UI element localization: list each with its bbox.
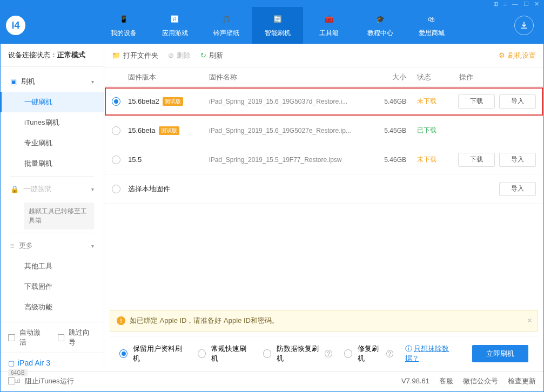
app-version: V7.98.61: [401, 377, 429, 385]
help-icon[interactable]: ?: [386, 350, 393, 357]
jailbreak-note: 越狱工具已转移至工具箱: [24, 202, 94, 229]
flash-opt-radio[interactable]: [263, 349, 271, 358]
sidebar-more-1[interactable]: 下载固件: [1, 276, 104, 297]
delete-icon: ⊘: [168, 51, 174, 59]
firmware-name: iPad_Spring_2019_15.5_19F77_Restore.ipsw: [209, 156, 368, 164]
firmware-row[interactable]: 15.6beta测试版 iPad_Spring_2019_15.6_19G502…: [104, 116, 543, 145]
open-folder-button[interactable]: 📁 打开文件夹: [112, 51, 158, 60]
row-op-button[interactable]: 导入: [499, 153, 536, 167]
firmware-row[interactable]: 15.6beta2测试版 iPad_Spring_2019_15.6_19G50…: [104, 87, 543, 116]
flash-opt-0[interactable]: 保留用户资料刷机: [119, 344, 186, 363]
download-icon[interactable]: [514, 16, 534, 35]
logo-icon: i4: [6, 16, 25, 35]
support-link[interactable]: 客服: [439, 376, 453, 386]
firmware-status: 已下载: [406, 126, 449, 135]
beta-tag: 测试版: [163, 97, 183, 106]
row-op-button[interactable]: 下载: [458, 94, 495, 109]
titlebar-grid-icon[interactable]: ⊞: [493, 1, 498, 8]
auto-activate-row: 自动激活 跳过向导: [1, 322, 104, 353]
firmware-row[interactable]: 15.5 iPad_Spring_2019_15.5_19F77_Restore…: [104, 145, 543, 174]
check-update-link[interactable]: 检查更新: [508, 376, 536, 386]
nav-5[interactable]: 🎓教程中心: [354, 7, 406, 44]
row-op-button[interactable]: 下载: [458, 153, 495, 167]
firmware-name: iPad_Spring_2019_15.6_19G5027e_Restore.i…: [209, 127, 368, 134]
firmware-row[interactable]: 选择本地固件 导入: [104, 174, 543, 204]
titlebar-menu-icon[interactable]: ≡: [503, 1, 507, 7]
flash-options: 保留用户资料刷机常规快速刷机防数据恢复刷机?修复刷机?ⓘ 只想抹除数据？立即刷机: [110, 336, 538, 371]
refresh-button[interactable]: ↻ 刷新: [200, 51, 223, 60]
flash-opt-radio[interactable]: [119, 349, 127, 358]
nav-2[interactable]: 🎵铃声壁纸: [200, 7, 252, 44]
flash-settings-button[interactable]: ⚙ 刷机设置: [499, 51, 536, 60]
table-header: 固件版本 固件名称 大小 状态 操作: [104, 67, 543, 87]
firmware-status: 未下载: [406, 155, 449, 164]
appleid-alert: ! 如已绑定 Apple ID，请准备好 Apple ID和密码。 ×: [110, 310, 538, 332]
delete-button[interactable]: ⊘ 删除: [168, 51, 191, 60]
row-radio[interactable]: [112, 185, 120, 193]
nav-icon-4: 🧰: [323, 13, 335, 25]
info-icon: ⓘ: [405, 344, 412, 353]
nav-icon-1: 🅰: [169, 13, 181, 25]
sidebar: 设备连接状态：正常模式 ▣ 刷机 ▾ 一键刷机iTunes刷机专业刷机批量刷机 …: [1, 44, 104, 371]
row-op-button[interactable]: 导入: [499, 182, 536, 196]
row-radio[interactable]: [112, 126, 120, 135]
nav-icon-3: 🔄: [272, 13, 284, 25]
firmware-size: 5.46GB: [368, 98, 406, 105]
folder-icon: 📁: [112, 51, 120, 59]
nav-icon-5: 🎓: [374, 13, 386, 25]
wechat-link[interactable]: 微信公众号: [463, 376, 498, 386]
layers-icon: ≡: [10, 242, 15, 250]
firmware-size: 5.45GB: [368, 127, 406, 134]
warning-icon: !: [117, 316, 125, 325]
nav-0[interactable]: 📱我的设备: [98, 7, 149, 44]
sidebar-more-2[interactable]: 高级功能: [1, 297, 104, 317]
sidebar-flash-0[interactable]: 一键刷机: [1, 92, 104, 112]
beta-tag: 测试版: [159, 126, 179, 135]
chevron-down-icon: ▾: [91, 186, 94, 192]
chevron-down-icon: ▾: [91, 243, 94, 249]
refresh-icon: ↻: [200, 51, 206, 59]
flash-opt-2[interactable]: 防数据恢复刷机?: [263, 344, 332, 363]
sidebar-flash-1[interactable]: iTunes刷机: [1, 112, 104, 133]
firmware-name: iPad_Spring_2019_15.6_19G5037d_Restore.i…: [209, 98, 368, 105]
nav-icon-2: 🎵: [220, 13, 232, 25]
nav-3[interactable]: 🔄智能刷机: [252, 7, 303, 44]
chevron-down-icon: ▾: [91, 79, 94, 85]
device-status: 设备连接状态：正常模式: [1, 44, 104, 67]
lock-icon: 🔒: [10, 185, 19, 193]
sidebar-flash-2[interactable]: 专业刷机: [1, 133, 104, 153]
row-radio[interactable]: [112, 97, 120, 106]
titlebar-close-icon[interactable]: ✕: [534, 1, 539, 8]
device-icon: ▣: [10, 78, 17, 86]
auto-activate-checkbox[interactable]: [8, 334, 15, 341]
nav-icon-6: 🛍: [426, 13, 438, 25]
titlebar-max-icon[interactable]: ☐: [523, 1, 529, 8]
flash-opt-1[interactable]: 常规快速刷机: [198, 344, 251, 363]
titlebar-min-icon[interactable]: —: [512, 1, 518, 7]
toolbar: 📁 打开文件夹 ⊘ 删除 ↻ 刷新 ⚙ 刷机设置: [104, 44, 543, 67]
sidebar-head-flash[interactable]: ▣ 刷机 ▾: [1, 71, 104, 92]
sidebar-head-more[interactable]: ≡ 更多 ▾: [1, 235, 104, 256]
header: i4 爱思助手 www.i4.cn 📱我的设备🅰应用游戏🎵铃声壁纸🔄智能刷机🧰工…: [1, 7, 543, 44]
nav-icon-0: 📱: [118, 13, 130, 25]
flash-opt-radio[interactable]: [344, 349, 352, 358]
block-itunes-checkbox[interactable]: [8, 377, 15, 384]
flash-opt-3[interactable]: 修复刷机?: [344, 344, 393, 363]
nav-4[interactable]: 🧰工具箱: [303, 7, 354, 44]
flash-now-button[interactable]: 立即刷机: [472, 345, 528, 362]
firmware-status: 未下载: [406, 97, 449, 106]
sidebar-flash-3[interactable]: 批量刷机: [1, 153, 104, 174]
alert-close-icon[interactable]: ×: [527, 316, 532, 326]
app-url: www.i4.cn: [30, 186, 69, 192]
gear-icon: ⚙: [499, 51, 505, 59]
nav-6[interactable]: 🛍爱思商城: [406, 7, 457, 44]
sidebar-more-0[interactable]: 其他工具: [1, 256, 104, 276]
nav-1[interactable]: 🅰应用游戏: [149, 7, 200, 44]
help-icon[interactable]: ?: [325, 350, 332, 357]
firmware-size: 5.46GB: [368, 156, 406, 164]
content: 📁 打开文件夹 ⊘ 删除 ↻ 刷新 ⚙ 刷机设置 固件版本 固件名称 大小 状态…: [104, 44, 543, 371]
row-op-button[interactable]: 导入: [499, 94, 536, 109]
row-radio[interactable]: [112, 156, 120, 164]
skip-guide-checkbox[interactable]: [58, 334, 65, 341]
flash-opt-radio[interactable]: [198, 349, 206, 358]
